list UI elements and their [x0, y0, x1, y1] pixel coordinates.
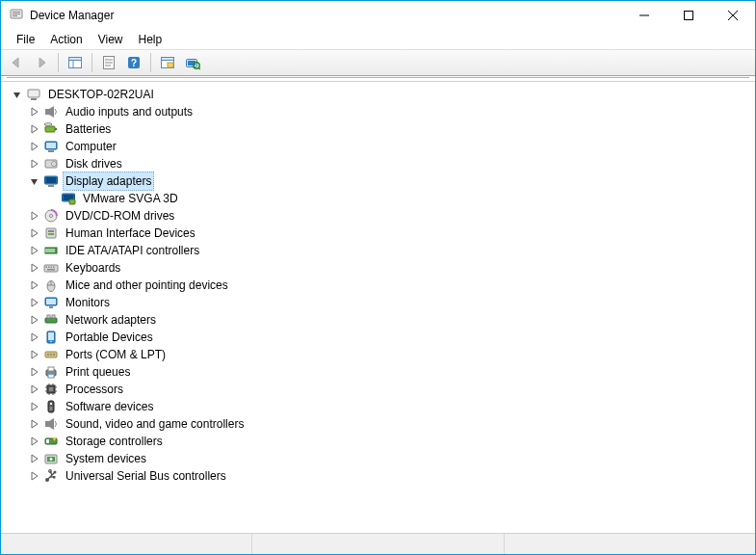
- menu-file[interactable]: File: [9, 31, 42, 48]
- tree-item-label: Universal Serial Bus controllers: [63, 466, 229, 486]
- collapse-toggle[interactable]: [28, 174, 41, 188]
- content-top-rule: [7, 77, 749, 79]
- expand-toggle[interactable]: [28, 330, 41, 344]
- menubar: File Action View Help: [1, 30, 755, 49]
- display-leaf-icon: [61, 191, 76, 206]
- toolbar-separator: [91, 53, 92, 72]
- window-title: Device Manager: [30, 9, 622, 22]
- expand-toggle[interactable]: [28, 452, 41, 465]
- tree-item[interactable]: DVD/CD-ROM drives: [7, 207, 753, 225]
- tree-item[interactable]: Monitors: [7, 294, 753, 311]
- cpu-icon: [43, 382, 59, 397]
- toolbar-separator: [150, 53, 151, 72]
- expand-toggle[interactable]: [28, 348, 41, 361]
- expand-toggle[interactable]: [28, 140, 41, 153]
- tree-item[interactable]: Storage controllers: [7, 433, 753, 450]
- tree-item-label: VMware SVGA 3D: [80, 189, 181, 208]
- minimize-button[interactable]: [622, 1, 666, 30]
- expand-toggle[interactable]: [28, 105, 41, 119]
- expand-toggle[interactable]: [28, 296, 41, 309]
- tree-item[interactable]: Print queues: [7, 363, 753, 381]
- svg-rect-5: [685, 12, 693, 20]
- expand-toggle[interactable]: [28, 226, 41, 240]
- tree-item[interactable]: System devices: [7, 450, 753, 467]
- tree-item-label: Portable Devices: [63, 328, 156, 347]
- expand-toggle[interactable]: [28, 278, 41, 292]
- port-icon: [43, 347, 59, 362]
- tree-item-label: DESKTOP-02R2UAI: [45, 85, 157, 104]
- portable-icon: [43, 330, 59, 345]
- tree-item-label: Network adapters: [63, 310, 159, 330]
- tree-item[interactable]: Sound, video and game controllers: [7, 415, 753, 433]
- collapse-toggle[interactable]: [11, 88, 24, 101]
- properties-button[interactable]: [97, 52, 120, 73]
- window-controls: [622, 1, 755, 30]
- close-button[interactable]: [711, 1, 755, 30]
- tree-item[interactable]: Software devices: [7, 398, 753, 415]
- expand-toggle[interactable]: [28, 383, 41, 396]
- expand-toggle[interactable]: [28, 244, 41, 257]
- menu-action[interactable]: Action: [42, 31, 90, 48]
- tree-item-label: Print queues: [63, 362, 133, 382]
- maximize-button[interactable]: [666, 1, 711, 30]
- tree-item[interactable]: Ports (COM & LPT): [7, 346, 753, 363]
- expand-toggle[interactable]: [28, 417, 41, 431]
- audio-icon: [43, 104, 59, 119]
- expand-toggle[interactable]: [28, 157, 41, 171]
- app-icon: [9, 7, 24, 25]
- svg-rect-18: [162, 58, 174, 61]
- expand-toggle[interactable]: [28, 122, 41, 136]
- expand-toggle[interactable]: [28, 469, 41, 483]
- show-hide-console-tree-button[interactable]: [64, 52, 87, 73]
- tree-item[interactable]: VMware SVGA 3D: [7, 190, 753, 207]
- scan-hardware-button[interactable]: [181, 52, 204, 73]
- tree-item-label: Disk drives: [63, 154, 125, 173]
- tree-item-label: Display adapters: [63, 172, 154, 191]
- expand-toggle[interactable]: [28, 365, 41, 379]
- svg-text:?: ?: [131, 58, 137, 68]
- tree-item[interactable]: DESKTOP-02R2UAI: [7, 86, 753, 103]
- tree-item-label: IDE ATA/ATAPI controllers: [63, 241, 202, 260]
- device-tree[interactable]: DESKTOP-02R2UAIAudio inputs and outputsB…: [7, 86, 753, 485]
- keyboard-icon: [43, 260, 59, 276]
- tree-item[interactable]: Display adapters: [7, 172, 753, 190]
- svg-line-23: [198, 67, 200, 69]
- help-button[interactable]: ?: [122, 52, 145, 73]
- tree-item[interactable]: Audio inputs and outputs: [7, 103, 753, 120]
- menu-help[interactable]: Help: [131, 31, 170, 48]
- expand-toggle[interactable]: [28, 313, 41, 327]
- tree-item-label: DVD/CD-ROM drives: [63, 206, 177, 225]
- tree-item-label: Storage controllers: [63, 432, 166, 451]
- expand-toggle[interactable]: [28, 435, 41, 448]
- expand-toggle[interactable]: [28, 209, 41, 223]
- tree-item-label: Mice and other pointing devices: [63, 276, 231, 295]
- tree-item[interactable]: Computer: [7, 138, 753, 155]
- back-button[interactable]: [5, 52, 28, 73]
- battery-icon: [43, 121, 59, 137]
- forward-button[interactable]: [30, 52, 53, 73]
- tree-item[interactable]: Keyboards: [7, 259, 753, 277]
- tree-item[interactable]: Processors: [7, 381, 753, 398]
- menu-view[interactable]: View: [91, 31, 131, 48]
- tree-item[interactable]: Human Interface Devices: [7, 225, 753, 242]
- usb-icon: [43, 468, 59, 484]
- printer-icon: [43, 364, 59, 380]
- svg-rect-2: [13, 13, 20, 14]
- expand-toggle[interactable]: [28, 400, 41, 413]
- tree-item[interactable]: Mice and other pointing devices: [7, 277, 753, 294]
- tree-item-label: System devices: [63, 449, 149, 468]
- tree-item[interactable]: Batteries: [7, 120, 753, 138]
- svg-rect-1: [13, 12, 20, 13]
- expand-toggle[interactable]: [28, 261, 41, 275]
- statusbar: [1, 533, 755, 554]
- toolbar: ?: [1, 49, 755, 76]
- tree-item[interactable]: Network adapters: [7, 311, 753, 329]
- tree-item[interactable]: Universal Serial Bus controllers: [7, 467, 753, 485]
- update-driver-button[interactable]: [156, 52, 179, 73]
- device-tree-pane[interactable]: DESKTOP-02R2UAIAudio inputs and outputsB…: [1, 81, 755, 533]
- tree-item[interactable]: Disk drives: [7, 155, 753, 172]
- tree-item-label: Batteries: [63, 119, 114, 139]
- tree-item[interactable]: Portable Devices: [7, 329, 753, 346]
- tree-item[interactable]: IDE ATA/ATAPI controllers: [7, 242, 753, 259]
- tree-item-label: Monitors: [63, 293, 113, 312]
